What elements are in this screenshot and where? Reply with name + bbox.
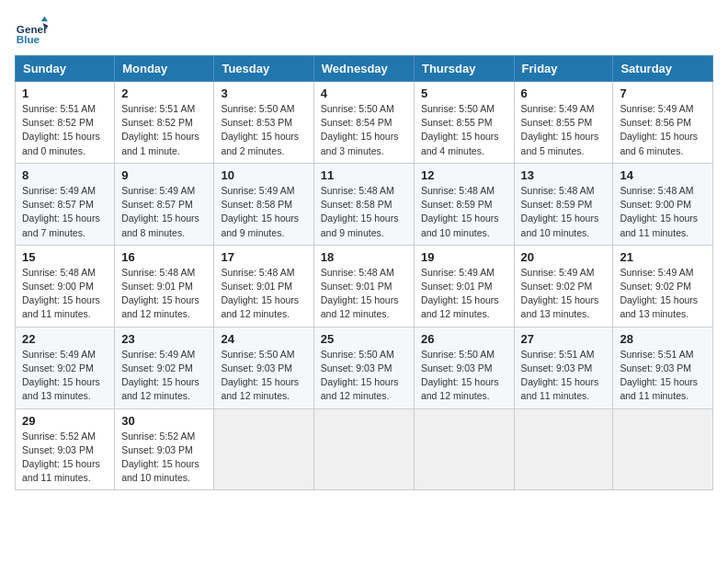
calendar-cell: 9Sunrise: 5:49 AMSunset: 8:57 PMDaylight… [115, 163, 214, 245]
day-number: 14 [620, 168, 706, 182]
calendar-cell: 30Sunrise: 5:52 AMSunset: 9:03 PMDayligh… [115, 408, 214, 490]
day-number: 2 [121, 86, 207, 100]
day-info: Sunrise: 5:51 AMSunset: 8:52 PMDaylight:… [22, 102, 108, 158]
day-number: 27 [521, 332, 607, 346]
day-info: Sunrise: 5:49 AMSunset: 9:02 PMDaylight:… [521, 266, 607, 322]
day-number: 8 [22, 168, 108, 182]
day-info: Sunrise: 5:51 AMSunset: 9:03 PMDaylight:… [620, 348, 706, 404]
svg-marker-2 [41, 17, 48, 21]
day-info: Sunrise: 5:51 AMSunset: 9:03 PMDaylight:… [521, 348, 607, 404]
day-info: Sunrise: 5:50 AMSunset: 8:53 PMDaylight:… [221, 102, 306, 158]
weekday-header-saturday: Saturday [613, 56, 713, 82]
day-info: Sunrise: 5:49 AMSunset: 9:01 PMDaylight:… [421, 266, 507, 322]
weekday-header-monday: Monday [115, 56, 214, 82]
day-number: 12 [421, 168, 507, 182]
day-number: 1 [22, 86, 108, 100]
calendar-cell: 16Sunrise: 5:48 AMSunset: 9:01 PMDayligh… [115, 245, 214, 327]
day-number: 20 [521, 250, 607, 264]
calendar-cell: 29Sunrise: 5:52 AMSunset: 9:03 PMDayligh… [16, 408, 115, 490]
day-number: 28 [620, 332, 706, 346]
day-number: 16 [121, 250, 207, 264]
weekday-header-sunday: Sunday [16, 56, 115, 82]
calendar-cell [613, 408, 713, 490]
day-info: Sunrise: 5:48 AMSunset: 9:01 PMDaylight:… [221, 266, 306, 322]
day-number: 25 [321, 332, 407, 346]
day-info: Sunrise: 5:49 AMSunset: 8:57 PMDaylight:… [22, 184, 108, 240]
day-info: Sunrise: 5:50 AMSunset: 9:03 PMDaylight:… [221, 348, 306, 404]
day-info: Sunrise: 5:49 AMSunset: 8:57 PMDaylight:… [121, 184, 207, 240]
calendar-cell: 7Sunrise: 5:49 AMSunset: 8:56 PMDaylight… [613, 82, 713, 164]
day-number: 13 [521, 168, 607, 182]
day-info: Sunrise: 5:50 AMSunset: 9:03 PMDaylight:… [421, 348, 507, 404]
calendar-cell: 22Sunrise: 5:49 AMSunset: 9:02 PMDayligh… [16, 327, 115, 408]
day-number: 22 [22, 332, 108, 346]
day-info: Sunrise: 5:52 AMSunset: 9:03 PMDaylight:… [22, 430, 108, 486]
day-info: Sunrise: 5:49 AMSunset: 9:02 PMDaylight:… [22, 348, 108, 404]
calendar-week-1: 1Sunrise: 5:51 AMSunset: 8:52 PMDaylight… [16, 82, 713, 164]
day-number: 7 [620, 86, 706, 100]
day-number: 24 [221, 332, 306, 346]
calendar-cell: 15Sunrise: 5:48 AMSunset: 9:00 PMDayligh… [16, 245, 115, 327]
day-number: 26 [421, 332, 507, 346]
calendar-cell: 11Sunrise: 5:48 AMSunset: 8:58 PMDayligh… [313, 163, 414, 245]
day-info: Sunrise: 5:49 AMSunset: 8:56 PMDaylight:… [620, 102, 706, 158]
day-number: 29 [22, 414, 108, 428]
calendar-cell: 23Sunrise: 5:49 AMSunset: 9:02 PMDayligh… [115, 327, 214, 408]
day-number: 11 [321, 168, 407, 182]
day-number: 3 [221, 86, 306, 100]
svg-text:Blue: Blue [17, 33, 40, 45]
calendar-week-5: 29Sunrise: 5:52 AMSunset: 9:03 PMDayligh… [16, 408, 713, 490]
day-number: 5 [421, 86, 507, 100]
day-number: 4 [321, 86, 407, 100]
weekday-header-thursday: Thursday [414, 56, 514, 82]
day-info: Sunrise: 5:48 AMSunset: 9:00 PMDaylight:… [22, 266, 108, 322]
logo: General Blue [15, 15, 48, 48]
calendar-cell: 14Sunrise: 5:48 AMSunset: 9:00 PMDayligh… [613, 163, 713, 245]
calendar-cell: 17Sunrise: 5:48 AMSunset: 9:01 PMDayligh… [214, 245, 313, 327]
day-info: Sunrise: 5:48 AMSunset: 9:00 PMDaylight:… [620, 184, 706, 240]
calendar-cell: 12Sunrise: 5:48 AMSunset: 8:59 PMDayligh… [414, 163, 514, 245]
day-info: Sunrise: 5:51 AMSunset: 8:52 PMDaylight:… [121, 102, 207, 158]
weekday-header-wednesday: Wednesday [313, 56, 414, 82]
page-header: General Blue [15, 15, 713, 48]
calendar-week-4: 22Sunrise: 5:49 AMSunset: 9:02 PMDayligh… [16, 327, 713, 408]
calendar-cell: 5Sunrise: 5:50 AMSunset: 8:55 PMDaylight… [414, 82, 514, 164]
day-info: Sunrise: 5:49 AMSunset: 8:58 PMDaylight:… [221, 184, 306, 240]
day-info: Sunrise: 5:48 AMSunset: 8:59 PMDaylight:… [421, 184, 507, 240]
day-info: Sunrise: 5:48 AMSunset: 8:59 PMDaylight:… [521, 184, 607, 240]
day-info: Sunrise: 5:50 AMSunset: 8:54 PMDaylight:… [321, 102, 407, 158]
day-number: 15 [22, 250, 108, 264]
calendar-cell: 27Sunrise: 5:51 AMSunset: 9:03 PMDayligh… [514, 327, 613, 408]
calendar-cell [313, 408, 414, 490]
day-number: 6 [521, 86, 607, 100]
calendar-cell: 18Sunrise: 5:48 AMSunset: 9:01 PMDayligh… [313, 245, 414, 327]
calendar-cell: 1Sunrise: 5:51 AMSunset: 8:52 PMDaylight… [16, 82, 115, 164]
day-number: 17 [221, 250, 306, 264]
calendar-cell: 10Sunrise: 5:49 AMSunset: 8:58 PMDayligh… [214, 163, 313, 245]
day-info: Sunrise: 5:48 AMSunset: 9:01 PMDaylight:… [121, 266, 207, 322]
calendar-cell: 25Sunrise: 5:50 AMSunset: 9:03 PMDayligh… [313, 327, 414, 408]
calendar-week-2: 8Sunrise: 5:49 AMSunset: 8:57 PMDaylight… [16, 163, 713, 245]
day-info: Sunrise: 5:48 AMSunset: 8:58 PMDaylight:… [321, 184, 407, 240]
weekday-header-friday: Friday [514, 56, 613, 82]
calendar-cell: 21Sunrise: 5:49 AMSunset: 9:02 PMDayligh… [613, 245, 713, 327]
day-number: 10 [221, 168, 306, 182]
logo-icon: General Blue [15, 15, 48, 48]
day-info: Sunrise: 5:49 AMSunset: 9:02 PMDaylight:… [620, 266, 706, 322]
day-info: Sunrise: 5:50 AMSunset: 8:55 PMDaylight:… [421, 102, 507, 158]
day-info: Sunrise: 5:49 AMSunset: 9:02 PMDaylight:… [121, 348, 207, 404]
calendar-cell: 24Sunrise: 5:50 AMSunset: 9:03 PMDayligh… [214, 327, 313, 408]
day-info: Sunrise: 5:48 AMSunset: 9:01 PMDaylight:… [321, 266, 407, 322]
day-number: 21 [620, 250, 706, 264]
calendar-cell [514, 408, 613, 490]
day-number: 23 [121, 332, 207, 346]
calendar-cell: 6Sunrise: 5:49 AMSunset: 8:55 PMDaylight… [514, 82, 613, 164]
calendar-cell: 19Sunrise: 5:49 AMSunset: 9:01 PMDayligh… [414, 245, 514, 327]
weekday-header-tuesday: Tuesday [214, 56, 313, 82]
day-number: 30 [121, 414, 207, 428]
calendar-cell: 3Sunrise: 5:50 AMSunset: 8:53 PMDaylight… [214, 82, 313, 164]
calendar-table: SundayMondayTuesdayWednesdayThursdayFrid… [15, 55, 713, 490]
calendar-cell [414, 408, 514, 490]
calendar-cell: 20Sunrise: 5:49 AMSunset: 9:02 PMDayligh… [514, 245, 613, 327]
calendar-header-row: SundayMondayTuesdayWednesdayThursdayFrid… [16, 56, 713, 82]
